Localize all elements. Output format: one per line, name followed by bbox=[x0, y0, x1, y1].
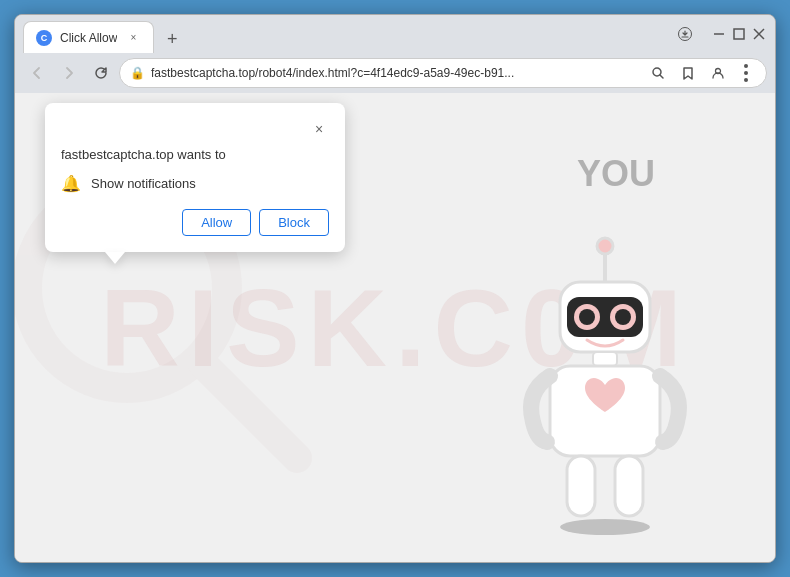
popup-notification-text: Show notifications bbox=[91, 176, 196, 191]
svg-rect-3 bbox=[734, 29, 744, 39]
tab-title: Click Allow bbox=[60, 31, 117, 45]
tab-favicon: C bbox=[36, 30, 52, 46]
block-button[interactable]: Block bbox=[259, 209, 329, 236]
svg-point-23 bbox=[560, 519, 650, 535]
svg-rect-22 bbox=[615, 456, 643, 516]
active-tab[interactable]: C Click Allow × bbox=[23, 21, 154, 53]
url-text: fastbestcaptcha.top/robot4/index.html?c=… bbox=[151, 66, 640, 80]
address-box[interactable]: 🔒 fastbestcaptcha.top/robot4/index.html?… bbox=[119, 58, 767, 88]
title-bar: C Click Allow × + bbox=[15, 15, 775, 53]
menu-icon[interactable] bbox=[736, 61, 756, 85]
minimize-button[interactable] bbox=[711, 26, 727, 42]
svg-point-12 bbox=[597, 238, 613, 254]
svg-rect-19 bbox=[593, 352, 617, 366]
close-window-button[interactable] bbox=[751, 26, 767, 42]
robot-svg bbox=[515, 222, 695, 542]
tab-area: C Click Allow × + bbox=[23, 15, 669, 53]
svg-line-10 bbox=[202, 363, 297, 458]
search-icon-btn[interactable] bbox=[646, 61, 670, 85]
svg-rect-21 bbox=[567, 456, 595, 516]
robot-illustration bbox=[515, 222, 695, 542]
svg-point-18 bbox=[615, 309, 631, 325]
window-controls bbox=[711, 26, 767, 42]
notification-popup: × fastbestcaptcha.top wants to 🔔 Show no… bbox=[45, 103, 345, 252]
you-text: YOU bbox=[577, 153, 655, 195]
tab-close-button[interactable]: × bbox=[125, 30, 141, 46]
allow-button[interactable]: Allow bbox=[182, 209, 251, 236]
bookmark-icon-btn[interactable] bbox=[676, 61, 700, 85]
refresh-button[interactable] bbox=[87, 59, 115, 87]
popup-buttons: Allow Block bbox=[61, 209, 329, 236]
bell-icon: 🔔 bbox=[61, 174, 81, 193]
new-tab-button[interactable]: + bbox=[158, 25, 186, 53]
popup-close-row: × bbox=[61, 119, 329, 139]
popup-tail bbox=[105, 252, 125, 264]
back-button[interactable] bbox=[23, 59, 51, 87]
page-background: RISK.C0M YOU bbox=[15, 93, 775, 562]
popup-title: fastbestcaptcha.top wants to bbox=[61, 147, 329, 162]
address-right-icons bbox=[646, 61, 756, 85]
maximize-button[interactable] bbox=[731, 26, 747, 42]
lock-icon: 🔒 bbox=[130, 66, 145, 80]
download-icon[interactable] bbox=[673, 22, 697, 46]
svg-line-7 bbox=[660, 75, 663, 78]
browser-window: C Click Allow × + bbox=[14, 14, 776, 563]
page-content: RISK.C0M YOU bbox=[15, 93, 775, 562]
svg-point-16 bbox=[579, 309, 595, 325]
forward-button[interactable] bbox=[55, 59, 83, 87]
popup-notification-row: 🔔 Show notifications bbox=[61, 174, 329, 193]
address-bar-row: 🔒 fastbestcaptcha.top/robot4/index.html?… bbox=[15, 53, 775, 93]
profile-icon-btn[interactable] bbox=[706, 61, 730, 85]
popup-close-button[interactable]: × bbox=[309, 119, 329, 139]
